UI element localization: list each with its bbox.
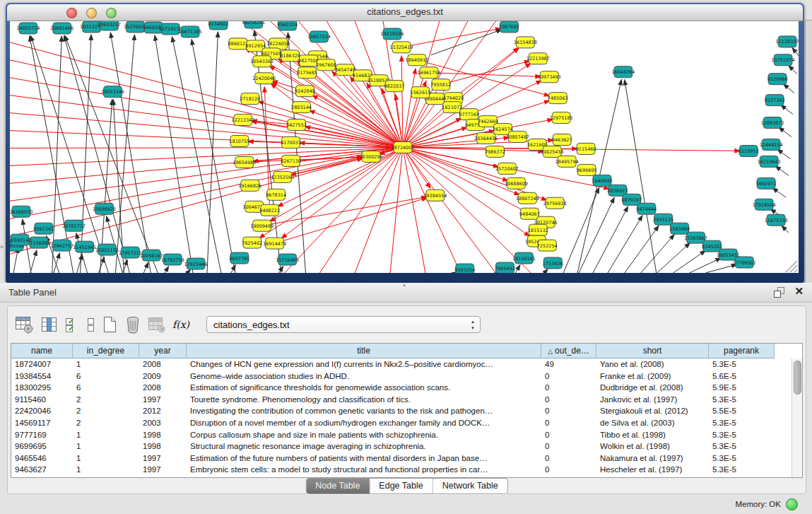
graph-node[interactable]: 7252254	[537, 240, 558, 251]
select-all-button[interactable]: ✓ ✓	[65, 316, 79, 333]
table-cell[interactable]: Investigating the contribution of common…	[187, 405, 541, 417]
table-cell[interactable]: Nakamura et al. (1997)	[596, 452, 709, 465]
graph-node[interactable]: 9484067	[519, 208, 540, 219]
table-cell[interactable]: 18724007	[11, 358, 73, 370]
table-cell[interactable]: Changes of HCN gene expression and I(f) …	[187, 358, 541, 370]
table-row[interactable]: 969969511998Structural magnetic resonanc…	[11, 440, 802, 452]
graph-node[interactable]: 15720407	[495, 163, 519, 174]
graph-node[interactable]: 29756928	[543, 197, 567, 209]
table-cell[interactable]: 5.3E-5	[709, 452, 775, 465]
table-cell[interactable]: 2009	[139, 370, 187, 382]
graph-node[interactable]: 16782759	[161, 254, 184, 265]
table-cell[interactable]: de Silva et al. (2003)	[596, 417, 709, 429]
graph-node[interactable]: 9242848	[295, 86, 315, 97]
graph-node[interactable]: 19857224	[307, 31, 331, 42]
unselect-all-button[interactable]	[86, 316, 95, 333]
graph-node[interactable]: 7865492	[495, 262, 515, 273]
table-cell[interactable]: Tourette syndrome. Phenomenology and cla…	[187, 394, 541, 406]
graph-node[interactable]: 20364436	[474, 133, 498, 144]
graph-node[interactable]: 2803144	[291, 102, 312, 113]
graph-node[interactable]: 10807487	[506, 132, 529, 143]
table-cell[interactable]: 6	[73, 382, 139, 394]
table-cell[interactable]: Stergiakouli et al. (2012)	[596, 405, 709, 417]
memory-ok-indicator-icon[interactable]	[786, 498, 798, 510]
table-cell[interactable]: 0	[541, 452, 596, 465]
table-cell[interactable]: 0	[541, 464, 596, 476]
table-cell[interactable]: 2012	[139, 405, 187, 417]
graph-node[interactable]: 1815132	[528, 224, 548, 235]
graph-node[interactable]: 8267130	[281, 155, 301, 166]
table-cell[interactable]: 49	[541, 358, 596, 370]
graph-node[interactable]: 9657791	[229, 252, 249, 264]
graph-node[interactable]: 9129966	[767, 74, 788, 85]
column-header-name[interactable]: name	[11, 344, 73, 358]
delete-column-button[interactable]	[125, 315, 141, 334]
graph-node[interactable]: 2087682	[499, 21, 519, 33]
graph-node[interactable]: 2718120	[240, 93, 260, 105]
graph-node[interactable]: 12444154	[760, 139, 783, 151]
table-cell[interactable]: Genome–wide association studies in ADHD.	[187, 370, 541, 382]
graph-node[interactable]: 5692971	[756, 177, 777, 189]
graph-node[interactable]: 16648784	[611, 66, 635, 78]
graph-node[interactable]: 12093872	[761, 117, 784, 129]
table-cell[interactable]: 1997	[139, 394, 187, 406]
graph-node[interactable]: 19654985	[233, 156, 256, 168]
graph-node[interactable]: 16210643	[758, 156, 781, 167]
graph-node[interactable]: 9227342	[765, 95, 785, 106]
scrollbar-thumb[interactable]	[794, 361, 801, 395]
table-cell[interactable]: Franke et al. (2009)	[596, 370, 709, 382]
table-cell[interactable]: 9699695	[11, 440, 73, 452]
table-vertical-scrollbar[interactable]	[792, 358, 802, 477]
graph-node[interactable]: 9463627	[552, 134, 572, 146]
table-cell[interactable]: Yano et al. (2008)	[596, 358, 709, 370]
graph-node[interactable]: 11325419	[390, 42, 413, 53]
graph-node[interactable]: 17709502	[733, 257, 756, 268]
graph-node[interactable]: 19218596	[381, 28, 404, 40]
network-canvas[interactable]: 1872400724055724206914061831327410653257…	[10, 21, 799, 273]
table-cell[interactable]: 1	[73, 429, 139, 441]
graph-node[interactable]: 9361341	[33, 223, 54, 234]
graph-node[interactable]: 15716485	[276, 254, 299, 265]
graph-node[interactable]: 10973493	[538, 71, 561, 83]
graph-node[interactable]: 7955812	[430, 79, 451, 90]
graph-node[interactable]: 26266930	[10, 206, 33, 217]
table-row[interactable]: 1938455462009Genome–wide association stu…	[11, 370, 802, 382]
table-cell[interactable]: Disruption of a novel member of a sodium…	[187, 417, 541, 429]
table-row[interactable]: 1830029562008Estimation of significance …	[11, 382, 802, 394]
table-cell[interactable]: Structural magnetic resonance image aver…	[187, 440, 541, 452]
table-cell[interactable]: 18300295	[11, 382, 73, 394]
graph-node[interactable]: 16258261	[242, 21, 265, 28]
graph-node[interactable]: 20691406	[50, 23, 73, 34]
table-cell[interactable]: Embryonic stem cells: a model to study s…	[187, 464, 541, 476]
select-columns-button[interactable]	[41, 316, 58, 333]
table-cell[interactable]: Dudbridge et al. (2008)	[596, 382, 709, 394]
graph-node[interactable]: 16154838	[514, 37, 537, 48]
table-cell[interactable]: 0	[541, 440, 596, 452]
table-cell[interactable]: Estimation of significance thresholds fo…	[187, 382, 541, 394]
graph-node[interactable]: 8427552	[286, 119, 307, 131]
table-cell[interactable]: 0	[541, 417, 596, 429]
graph-node[interactable]: 15898928	[93, 203, 116, 214]
graph-node[interactable]: 20053346	[101, 86, 124, 98]
tab-edge-table[interactable]: Edge Table	[369, 479, 432, 493]
table-cell[interactable]: 1998	[139, 440, 187, 452]
graph-node[interactable]: 9822037	[384, 81, 405, 92]
table-cell[interactable]: 1997	[139, 452, 187, 465]
network-window-titlebar[interactable]: citations_edges.txt	[7, 4, 803, 21]
table-cell[interactable]: 5.9E-5	[709, 382, 775, 394]
graph-node[interactable]: 10543362	[250, 56, 273, 67]
table-cell[interactable]: 5.3E-5	[709, 429, 775, 441]
table-cell[interactable]: 1	[73, 464, 139, 476]
table-cell[interactable]: 5.3E-5	[709, 358, 775, 370]
graph-node[interactable]: 17016504	[753, 199, 776, 210]
column-header-short[interactable]: short	[596, 344, 709, 358]
graph-node[interactable]: 12353593	[271, 171, 294, 182]
graph-node[interactable]: 8134602	[208, 21, 229, 30]
table-selector-dropdown[interactable]: citations_edges.txt ▲▼	[206, 316, 481, 333]
table-cell[interactable]: 2003	[139, 417, 187, 429]
graph-node[interactable]: 16914479	[263, 238, 286, 249]
table-cell[interactable]: 1	[73, 440, 139, 452]
table-cell[interactable]: 5.5E-5	[709, 405, 775, 417]
graph-node[interactable]: 11128337	[776, 36, 799, 47]
close-panel-button[interactable]: ✕	[794, 285, 804, 298]
